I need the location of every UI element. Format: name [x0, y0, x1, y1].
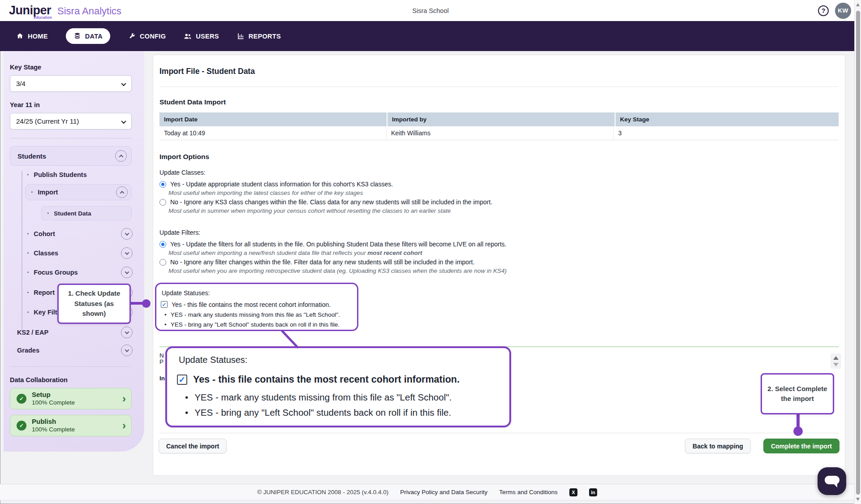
database-icon [73, 32, 81, 40]
copyright-text: © JUNIPER EDUCATION 2008 - 2025 (v.4.0.4… [257, 489, 388, 495]
back-to-mapping-button[interactable]: Back to mapping [685, 439, 751, 453]
nav-tab-users[interactable]: USERS [184, 32, 219, 40]
item-label: Focus Groups [34, 269, 77, 276]
year-select[interactable]: 24/25 (Current Yr 11) [10, 113, 132, 129]
nav-tab-config[interactable]: CONFIG [128, 32, 166, 40]
key-stage-label: Key Stage [10, 64, 41, 71]
chat-widget-button[interactable] [818, 467, 846, 495]
annotation-step1-callout: 1. Check Update Statuses (as shown) [57, 284, 131, 324]
radio-selected-icon[interactable] [159, 181, 166, 188]
chevron-down-icon[interactable] [121, 228, 133, 240]
option-text: Yes - Update the filters for all student… [170, 241, 506, 248]
scrollbar-down-arrow[interactable] [856, 498, 860, 501]
divider [159, 86, 839, 87]
cell-import-date: Today at 10:49 [159, 126, 387, 140]
sidebar-section-students[interactable]: Students [10, 146, 132, 166]
avatar[interactable]: KW [835, 3, 851, 19]
zoom-connector-line [274, 330, 301, 348]
nav-tab-home[interactable]: HOME [16, 32, 48, 40]
spinner-up-icon[interactable] [833, 356, 839, 360]
product-name: Sisra Analytics [57, 5, 121, 17]
privacy-policy-link[interactable]: Privacy Policy and Data Security [400, 489, 487, 495]
sidebar-item-publish-students[interactable]: ·Publish Students [27, 168, 131, 181]
data-collaboration-label: Data Collaboration [10, 376, 68, 383]
chevron-down-icon[interactable] [121, 345, 133, 356]
item-label: Student Data [54, 210, 91, 217]
option-text: No - Ignore any filter changes within th… [170, 258, 474, 266]
terms-link[interactable]: Terms and Conditions [499, 489, 558, 495]
item-label: KS2 / EAP [17, 329, 48, 336]
spinner-down-icon[interactable] [833, 363, 839, 366]
linkedin-icon[interactable]: in [589, 488, 597, 496]
chevron-down-icon[interactable] [121, 267, 133, 278]
bullet: · [27, 230, 29, 237]
cancel-import-button[interactable]: Cancel the import [159, 439, 227, 453]
footer-divider [159, 433, 839, 433]
juniper-logo[interactable]: Juniper Education [9, 4, 51, 17]
update-classes-yes-option[interactable]: Yes - Update appropriate student class i… [159, 181, 393, 188]
checkbox-checked-icon[interactable] [161, 301, 168, 308]
item-label: Cohort [34, 230, 55, 237]
scroll-spinner[interactable] [831, 353, 841, 369]
x-social-icon[interactable]: X [569, 488, 577, 496]
scrollbar-thumb[interactable] [856, 11, 860, 495]
sidebar-item-student-data[interactable]: ·Student Data [41, 206, 132, 220]
sidebar-item-focus-groups[interactable]: ·Focus Groups [27, 266, 133, 279]
update-classes-no-option[interactable]: No - Ignore any KS3 class changes within… [159, 198, 492, 206]
chevron-down-icon [122, 80, 125, 87]
zoom-bullet-2: YES - bring any "Left School" students b… [185, 407, 451, 418]
update-filters-label: Update Filters: [159, 229, 200, 236]
update-statuses-checkbox-row[interactable]: Yes - this file contains the most recent… [161, 301, 331, 308]
annotation-step1-pointer-dot [142, 299, 151, 308]
key-stage-select[interactable]: 3/4 [10, 75, 132, 92]
chevron-up-icon[interactable] [115, 150, 127, 162]
item-label: Report [34, 289, 55, 296]
table-row: Today at 10:49 Keith Williams 3 [159, 126, 839, 140]
update-filters-yes-option[interactable]: Yes - Update the filters for all student… [159, 241, 506, 248]
chevron-down-icon[interactable] [121, 327, 133, 338]
item-label: Grades [17, 347, 39, 354]
cell-key-stage: 3 [614, 126, 837, 140]
radio-unselected-icon[interactable] [159, 259, 166, 266]
scrollbar-up-arrow[interactable] [856, 3, 860, 6]
checkbox-checked-icon [177, 375, 187, 385]
complete-import-button[interactable]: Complete the import [763, 439, 839, 453]
chevron-down-icon[interactable] [121, 247, 133, 259]
page-title: Import File - Student Data [159, 67, 255, 76]
nav-label: HOME [28, 33, 48, 40]
key-stage-value: 3/4 [16, 80, 26, 87]
logo-education-label: Education [34, 15, 52, 20]
sidebar-item-import[interactable]: ·Import [25, 184, 132, 200]
top-bar: Juniper Education Sisra Analytics Sisra … [0, 0, 861, 21]
publish-progress-card[interactable]: Publish 100% Complete [10, 415, 132, 436]
help-icon[interactable]: ? [818, 5, 829, 16]
option-hint: Most useful when importing a new/fresh s… [168, 250, 422, 256]
update-statuses-label: Update Statuses: [162, 289, 210, 297]
nav-tab-data[interactable]: DATA [66, 28, 110, 44]
options-heading: Import Options [159, 153, 209, 161]
radio-selected-icon[interactable] [159, 241, 166, 248]
sidebar-section-grades[interactable]: Grades [17, 344, 133, 357]
radio-unselected-icon[interactable] [159, 199, 166, 206]
chevron-up-icon[interactable] [116, 186, 128, 198]
statuses-bullet-1: YES - mark any students missing from thi… [164, 311, 340, 318]
publish-title: Publish [32, 418, 117, 426]
nav-label: REPORTS [249, 33, 281, 40]
sidebar-section-ks2-eap[interactable]: KS2 / EAP [17, 326, 133, 339]
sidebar-item-classes[interactable]: ·Classes [27, 247, 133, 259]
update-filters-no-option[interactable]: No - Ignore any filter changes within th… [159, 258, 474, 266]
chevron-right-icon [122, 393, 126, 404]
nav-tab-reports[interactable]: REPORTS [237, 32, 281, 40]
page-scrollbar[interactable] [854, 0, 861, 504]
chat-bubble-icon [825, 476, 839, 484]
option-text: Yes - Update appropriate student class i… [170, 181, 393, 188]
hidden-text-fragment: P [159, 358, 164, 365]
option-text: No - Ignore any KS3 class changes within… [170, 198, 492, 206]
main-panel: Import File - Student Data Student Data … [153, 55, 845, 476]
footer: © JUNIPER EDUCATION 2008 - 2025 (v.4.0.4… [0, 484, 854, 500]
setup-progress-card[interactable]: Setup 100% Complete [10, 388, 132, 409]
users-icon [184, 32, 192, 40]
report-chart-icon [237, 32, 245, 40]
nav-label: CONFIG [140, 33, 166, 40]
sidebar-item-cohort[interactable]: ·Cohort [27, 228, 133, 240]
